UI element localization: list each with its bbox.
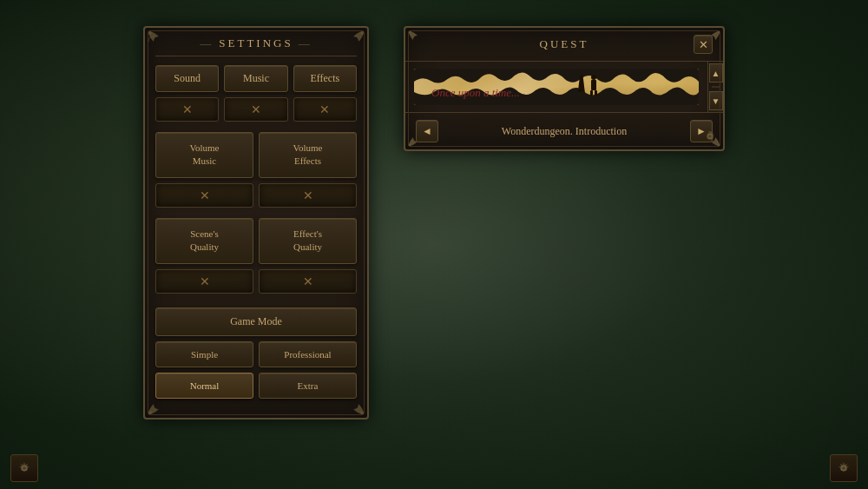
settings-panel: SETTINGS Sound Music Effects ✕ ✕ ✕ Volum… — [143, 26, 369, 420]
quest-scroll-area: Once upon a time... ▲ ▼ — [405, 62, 723, 112]
quality-row: Scene'sQuality Effect'sQuality — [155, 218, 357, 264]
sound-toggle-row: ✕ ✕ ✕ — [155, 97, 357, 122]
bottom-right-gear-icon — [836, 460, 852, 476]
volume-effects-toggle[interactable]: ✕ — [259, 183, 357, 208]
quest-title: QUEST — [435, 37, 694, 51]
effect-quality-btn[interactable]: Effect'sQuality — [259, 218, 357, 264]
quest-corner-tr — [700, 30, 721, 50]
volume-row: VolumeMusic VolumeEffects — [155, 132, 357, 178]
svg-point-0 — [148, 31, 152, 35]
parchment-bg: Once upon a time... — [414, 69, 699, 105]
quest-corner-bl — [407, 127, 428, 148]
game-mode-header[interactable]: Game Mode — [155, 307, 357, 336]
quest-title-bar: QUEST ✕ — [405, 28, 723, 62]
tab-row: Sound Music Effects — [155, 65, 357, 92]
bottom-bar — [0, 454, 868, 482]
svg-rect-11 — [595, 90, 597, 96]
tab-sound[interactable]: Sound — [155, 65, 219, 92]
bottom-right-icon[interactable] — [830, 454, 858, 482]
quality-toggle-row: ✕ ✕ — [155, 269, 357, 294]
quest-corner-br — [700, 127, 721, 148]
svg-rect-9 — [591, 80, 596, 90]
svg-point-7 — [718, 144, 720, 147]
settings-title: SETTINGS — [155, 36, 357, 56]
effects-toggle[interactable]: ✕ — [293, 97, 357, 122]
scroll-up-button[interactable]: ▲ — [709, 63, 723, 83]
tab-music[interactable]: Music — [224, 65, 287, 92]
once-upon-text: Once upon a time... — [431, 86, 520, 100]
svg-point-4 — [409, 31, 411, 34]
scroll-track — [712, 86, 720, 88]
bottom-left-icon[interactable] — [10, 454, 38, 482]
mode-normal[interactable]: Normal — [155, 373, 253, 399]
effect-quality-toggle[interactable]: ✕ — [259, 269, 357, 294]
sound-toggle[interactable]: ✕ — [155, 97, 219, 122]
quest-content: Once upon a time... — [405, 62, 707, 112]
mode-professional[interactable]: Professional — [259, 341, 357, 367]
svg-point-1 — [360, 31, 364, 35]
svg-point-6 — [409, 144, 411, 147]
quest-scrollbar: ▲ ▼ — [707, 62, 723, 112]
scene-quality-btn[interactable]: Scene'sQuality — [155, 218, 253, 264]
svg-point-2 — [148, 411, 152, 414]
svg-point-8 — [591, 75, 596, 80]
volume-music-toggle[interactable]: ✕ — [155, 183, 253, 208]
music-toggle[interactable]: ✕ — [224, 97, 287, 122]
volume-music-btn[interactable]: VolumeMusic — [155, 132, 253, 178]
svg-point-5 — [718, 31, 720, 34]
tab-effects[interactable]: Effects — [293, 65, 357, 92]
quest-nav: ◄ Wonderdungeon. Introduction ► — [405, 112, 723, 149]
bottom-left-gear-icon — [16, 460, 32, 476]
svg-rect-10 — [590, 90, 593, 96]
quest-corner-tl — [407, 30, 428, 50]
mode-extra[interactable]: Extra — [259, 373, 357, 399]
figure-svg — [589, 75, 599, 96]
mode-row-2: Normal Extra — [155, 373, 357, 399]
svg-point-3 — [360, 411, 364, 414]
volume-effects-btn[interactable]: VolumeEffects — [259, 132, 357, 178]
volume-toggle-row: ✕ ✕ — [155, 183, 357, 208]
nav-title: Wonderdungeon. Introduction — [444, 125, 685, 138]
mode-simple[interactable]: Simple — [155, 341, 253, 367]
scene-quality-toggle[interactable]: ✕ — [155, 269, 253, 294]
mode-row-1: Simple Professional — [155, 341, 357, 367]
scroll-down-button[interactable]: ▼ — [709, 91, 723, 110]
quest-panel: QUEST ✕ Once upon a time... — [404, 26, 725, 151]
